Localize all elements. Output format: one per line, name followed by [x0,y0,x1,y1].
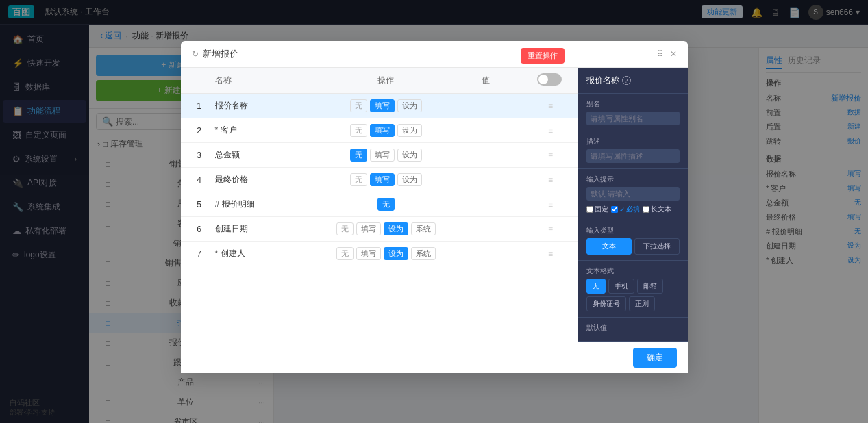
col-header-toggle [529,73,570,88]
format-buttons-2: 身份证号 正则 [586,296,680,311]
op-fill-4[interactable]: 填写 [370,173,395,186]
format-phone[interactable]: 手机 [608,279,634,294]
row-ops-5: 无 [329,198,443,211]
op-set-7[interactable]: 设为 [384,247,408,260]
longtext-checkbox[interactable]: 长文本 [643,205,671,214]
table-row[interactable]: 2 * 客户 无 填写 设为 ≡ [181,118,578,143]
modal-title-text: 新增报价 [203,48,238,60]
op-set-6[interactable]: 设为 [384,222,408,235]
required-checkbox[interactable]: ✓ 必填 [611,205,640,214]
table-row[interactable]: 3 总金额 无 填写 设为 ≡ [181,143,578,168]
op-fill-1[interactable]: 填写 [370,99,395,112]
row-toggle-6: ≡ [529,225,570,234]
detail-format-section: 文本格式 无 手机 邮箱 身份证号 正则 [578,261,688,318]
alias-input[interactable] [586,112,680,125]
confirm-button[interactable]: 确定 [633,348,677,368]
op-none-5[interactable]: 无 [377,198,395,211]
table-row[interactable]: 4 最终价格 无 填写 设为 ≡ [181,168,578,192]
info-icon[interactable]: ? [622,76,631,85]
op-none-2[interactable]: 无 [350,124,367,137]
row-ops-6: 无 填写 设为 系统 [329,222,443,235]
table-row[interactable]: 5 # 报价明细 无 ≡ [181,192,578,217]
format-id[interactable]: 身份证号 [586,296,626,311]
table-row[interactable]: 1 报价名称 无 填写 设为 ≡ [181,94,578,118]
row-num-5: 5 [189,200,210,209]
modal-body: 名称 操作 值 1 报价名称 无 填写 设为 [181,68,688,342]
detail-hint-section: 输入提示 固定 ✓ 必填 长文本 [578,169,688,220]
row-name-2: * 客户 [210,125,330,136]
input-type-buttons: 文本 下拉选择 [586,238,680,255]
modal-title: ↻ 新增报价 [192,48,238,60]
op-set-2[interactable]: 设为 [397,124,422,137]
drag-handle-1[interactable]: ≡ [548,101,553,111]
refresh-icon[interactable]: ↻ [192,49,199,59]
modal-detail-panel: 报价名称 ? 别名 描述 输入提示 固定 [578,68,688,342]
row-name-4: 最终价格 [210,174,330,185]
expand-icon[interactable]: ⠿ [657,49,663,59]
detail-alias-section: 别名 [578,94,688,131]
row-num-3: 3 [189,151,210,160]
op-sys-6[interactable]: 系统 [411,222,436,235]
type-btn-dropdown[interactable]: 下拉选择 [634,238,680,255]
row-ops-7: 无 填写 设为 系统 [329,247,443,260]
row-name-3: 总金额 [210,149,330,161]
row-name-5: # 报价明细 [210,198,330,210]
format-buttons: 无 手机 邮箱 [586,279,680,294]
op-none-4[interactable]: 无 [350,173,367,186]
row-toggle-5: ≡ [529,200,570,209]
row-num-1: 1 [189,101,210,111]
drag-handle-5[interactable]: ≡ [548,200,553,209]
row-name-7: * 创建人 [210,248,330,259]
drag-handle-6[interactable]: ≡ [548,225,553,234]
row-name-1: 报价名称 [210,100,330,112]
op-set-4[interactable]: 设为 [397,173,422,186]
row-toggle-4: ≡ [529,175,570,185]
detail-header: 报价名称 ? [578,68,688,94]
detail-inputtype-section: 输入类型 文本 下拉选择 [578,220,688,261]
op-none-7[interactable]: 无 [336,247,354,260]
table-row[interactable]: 6 创建日期 无 填写 设为 系统 ≡ [181,217,578,242]
row-ops-3: 无 填写 设为 [329,149,443,162]
type-btn-text[interactable]: 文本 [586,238,632,255]
row-num-7: 7 [189,249,210,259]
desc-label: 描述 [586,137,680,146]
row-num-2: 2 [189,126,210,136]
op-fill-7[interactable]: 填写 [356,247,381,260]
format-label: 文本格式 [586,266,680,276]
fixed-checkbox[interactable]: 固定 [586,205,608,214]
op-fill-6[interactable]: 填写 [356,222,381,235]
desc-input[interactable] [586,149,680,163]
op-fill-2[interactable]: 填写 [370,124,395,137]
row-num-4: 4 [189,175,210,185]
reset-button[interactable]: 重置操作 [521,48,565,64]
row-ops-4: 无 填写 设为 [329,173,443,186]
close-icon[interactable]: ✕ [670,49,677,59]
hint-label: 输入提示 [586,175,680,184]
op-none-3[interactable]: 无 [350,149,367,162]
drag-handle-4[interactable]: ≡ [548,175,553,185]
modal-new-quote: ↻ 新增报价 ⠿ ✕ 重置操作 名称 操作 值 [181,41,688,373]
format-none[interactable]: 无 [586,279,606,294]
modal-footer: 确定 [181,342,688,373]
row-toggle-2: ≡ [529,126,570,136]
detail-default-section: 默认值 [578,318,688,342]
op-fill-3[interactable]: 填写 [370,149,395,162]
format-email[interactable]: 邮箱 [637,279,663,294]
row-toggle-7: ≡ [529,249,570,259]
op-none-6[interactable]: 无 [336,222,354,235]
table-row[interactable]: 7 * 创建人 无 填写 设为 系统 ≡ [181,242,578,266]
op-none-1[interactable]: 无 [350,99,367,112]
format-regex[interactable]: 正则 [629,296,655,311]
op-set-1[interactable]: 设为 [397,99,422,112]
drag-handle-7[interactable]: ≡ [548,249,553,259]
op-set-3[interactable]: 设为 [397,149,422,162]
default-val-label: 默认值 [586,323,680,333]
modal-header: ↻ 新增报价 ⠿ ✕ [181,41,688,68]
drag-handle-2[interactable]: ≡ [548,126,553,136]
hint-input[interactable] [586,187,680,201]
global-toggle[interactable] [537,73,562,86]
drag-handle-3[interactable]: ≡ [548,151,553,160]
op-sys-7[interactable]: 系统 [411,247,436,260]
inputtype-label: 输入类型 [586,226,680,235]
col-header-val: 值 [443,75,529,86]
